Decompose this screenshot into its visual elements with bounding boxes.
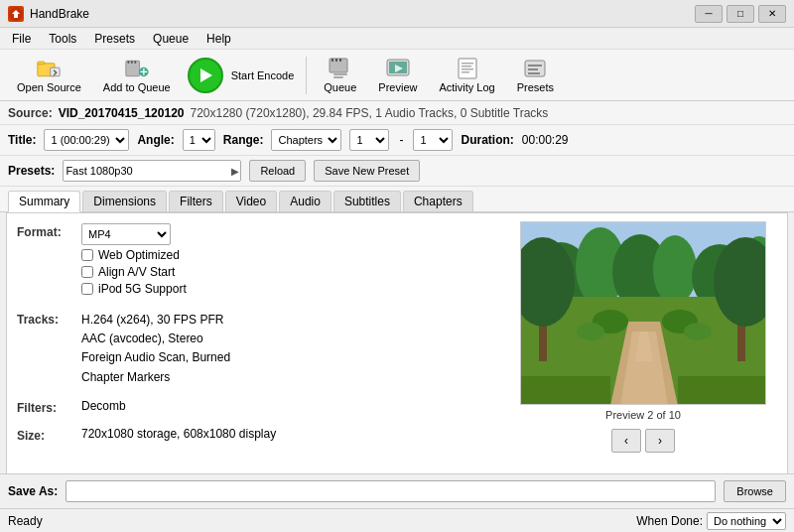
track-info: H.264 (x264), 30 FPS PFR AAC (avcodec), … bbox=[81, 311, 230, 387]
add-to-queue-icon bbox=[125, 58, 149, 79]
save-preset-button[interactable]: Save New Preset bbox=[314, 160, 420, 182]
toolbar-separator-1 bbox=[306, 57, 307, 94]
tab-chapters[interactable]: Chapters bbox=[403, 191, 473, 211]
ipod-label: iPod 5G Support bbox=[98, 282, 187, 296]
preview-label: Preview bbox=[378, 81, 417, 93]
window-controls: ─ □ ✕ bbox=[695, 5, 786, 23]
title-controls-bar: Title: 1 (00:00:29) Angle: 1 Range: Chap… bbox=[0, 125, 794, 156]
open-source-icon bbox=[37, 58, 61, 79]
play-icon bbox=[200, 68, 212, 82]
menu-queue[interactable]: Queue bbox=[145, 30, 197, 48]
svg-rect-10 bbox=[331, 59, 333, 62]
preset-arrow-icon: ▶ bbox=[231, 166, 239, 177]
add-to-queue-button[interactable]: Add to Queue bbox=[94, 54, 180, 97]
source-info: 720x1280 (720x1280), 29.84 FPS, 1 Audio … bbox=[190, 106, 548, 120]
preview-image bbox=[520, 221, 766, 405]
svg-point-37 bbox=[577, 323, 604, 340]
preview-next-button[interactable]: › bbox=[645, 429, 675, 453]
svg-rect-19 bbox=[462, 63, 473, 65]
presets-toolbar-button[interactable]: Presets bbox=[508, 54, 563, 97]
menu-presets[interactable]: Presets bbox=[86, 30, 143, 48]
svg-rect-21 bbox=[462, 68, 473, 70]
minimize-button[interactable]: ─ bbox=[695, 5, 723, 23]
ipod-checkbox[interactable] bbox=[81, 283, 93, 295]
tab-bar: Summary Dimensions Filters Video Audio S… bbox=[0, 187, 794, 212]
track-2: AAC (avcodec), Stereo bbox=[81, 330, 230, 348]
preview-button[interactable]: Preview bbox=[369, 54, 426, 97]
activity-log-button[interactable]: Activity Log bbox=[430, 54, 503, 97]
tracks-label: Tracks: bbox=[17, 311, 81, 327]
align-av-label: Align A/V Start bbox=[98, 265, 175, 279]
tab-audio[interactable]: Audio bbox=[279, 191, 331, 211]
open-source-button[interactable]: Open Source bbox=[8, 54, 90, 97]
svg-rect-20 bbox=[462, 66, 471, 67]
web-optimized-checkbox[interactable] bbox=[81, 249, 93, 261]
angle-select[interactable]: 1 bbox=[183, 129, 215, 151]
title-label: Title: bbox=[8, 133, 36, 147]
tab-filters[interactable]: Filters bbox=[169, 191, 223, 211]
svg-rect-11 bbox=[335, 59, 337, 62]
add-to-queue-label: Add to Queue bbox=[103, 81, 171, 93]
align-av-checkbox[interactable] bbox=[81, 266, 93, 278]
format-field: MP4 MKV Web Optimized Align A/V Start iP… bbox=[81, 223, 489, 299]
toolbar: Open Source Add to Queue Start Encode bbox=[0, 50, 794, 101]
activity-log-label: Activity Log bbox=[439, 81, 494, 93]
preview-prev-button[interactable]: ‹ bbox=[611, 429, 641, 453]
svg-rect-40 bbox=[678, 376, 766, 405]
preset-input-wrapper: ▶ bbox=[63, 160, 241, 182]
track-3: Foreign Audio Scan, Burned bbox=[81, 348, 230, 367]
close-button[interactable]: ✕ bbox=[758, 5, 786, 23]
tab-video[interactable]: Video bbox=[225, 191, 277, 211]
title-select[interactable]: 1 (00:00:29) bbox=[44, 129, 129, 151]
reload-button[interactable]: Reload bbox=[249, 160, 306, 182]
save-as-bar: Save As: Browse bbox=[0, 473, 794, 508]
size-row: Size: 720x1080 storage, 608x1080 display bbox=[17, 427, 489, 443]
svg-rect-39 bbox=[521, 376, 610, 405]
preview-label: Preview 2 of 10 bbox=[605, 409, 681, 421]
preset-input[interactable] bbox=[63, 160, 241, 182]
svg-point-31 bbox=[653, 235, 697, 305]
format-row: Format: MP4 MKV Web Optimized Align A/V … bbox=[17, 223, 489, 299]
format-select[interactable]: MP4 MKV bbox=[81, 223, 171, 245]
start-encode-label: Start Encode bbox=[231, 69, 295, 81]
status-bar: Ready When Done: Do nothing Shutdown Sle… bbox=[0, 508, 794, 532]
start-encode-button[interactable] bbox=[188, 58, 223, 93]
menu-help[interactable]: Help bbox=[198, 30, 239, 48]
range-from-select[interactable]: 1 bbox=[349, 129, 389, 151]
preview-icon bbox=[386, 58, 410, 79]
svg-rect-25 bbox=[528, 68, 538, 70]
save-as-label: Save As: bbox=[8, 484, 58, 498]
source-filename: VID_20170415_120120 bbox=[59, 106, 185, 120]
svg-rect-6 bbox=[131, 61, 133, 64]
track-1: H.264 (x264), 30 FPS PFR bbox=[81, 311, 230, 330]
source-label: Source: bbox=[8, 106, 53, 120]
filters-row: Filters: Decomb bbox=[17, 399, 489, 415]
presets-label: Presets bbox=[517, 81, 554, 93]
tab-summary[interactable]: Summary bbox=[8, 191, 80, 212]
presets-bar: Presets: ▶ Reload Save New Preset bbox=[0, 156, 794, 187]
range-to-select[interactable]: 1 bbox=[413, 129, 453, 151]
browse-button[interactable]: Browse bbox=[724, 480, 786, 502]
when-done-select[interactable]: Do nothing Shutdown Sleep bbox=[707, 512, 786, 530]
activity-log-icon bbox=[456, 58, 479, 79]
queue-button[interactable]: Queue bbox=[315, 54, 365, 97]
menu-tools[interactable]: Tools bbox=[41, 30, 84, 48]
menu-file[interactable]: File bbox=[4, 30, 39, 48]
duration-value: 00:00:29 bbox=[522, 133, 569, 147]
svg-rect-24 bbox=[528, 65, 542, 66]
svg-rect-5 bbox=[127, 61, 129, 64]
tab-subtitles[interactable]: Subtitles bbox=[333, 191, 401, 211]
tab-dimensions[interactable]: Dimensions bbox=[82, 191, 167, 211]
preview-nav: ‹ › bbox=[611, 429, 675, 453]
save-as-input[interactable] bbox=[66, 480, 716, 502]
svg-rect-22 bbox=[462, 71, 469, 73]
tracks-row: Tracks: H.264 (x264), 30 FPS PFR AAC (av… bbox=[17, 311, 489, 387]
svg-rect-26 bbox=[528, 72, 540, 74]
svg-rect-12 bbox=[339, 59, 341, 62]
range-label: Range: bbox=[223, 133, 264, 147]
angle-label: Angle: bbox=[137, 133, 174, 147]
web-optimized-label: Web Optimized bbox=[98, 248, 180, 262]
range-type-select[interactable]: Chapters bbox=[271, 129, 341, 151]
presets-row-label: Presets: bbox=[8, 164, 55, 178]
maximize-button[interactable]: □ bbox=[727, 5, 754, 23]
